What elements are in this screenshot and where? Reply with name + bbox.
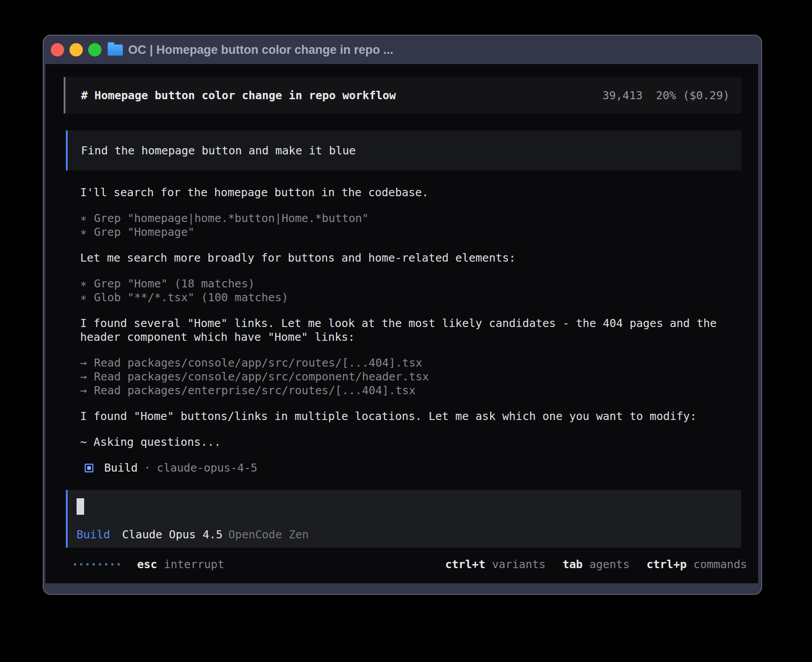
window-title: OC | Homepage button color change in rep… <box>128 43 394 57</box>
assistant-text: I found "Home" buttons/links in multiple… <box>80 409 740 423</box>
asterisk-icon: ∗ <box>80 277 88 291</box>
user-message: Find the homepage button and make it blu… <box>66 130 741 170</box>
token-count: 39,413 <box>602 89 642 102</box>
maximize-button[interactable] <box>88 43 102 57</box>
tool-call-grep: ∗Grep "Homepage" <box>80 225 740 239</box>
asterisk-icon: ∗ <box>80 225 88 239</box>
minimize-button[interactable] <box>69 43 83 57</box>
arrow-right-icon: → <box>80 383 88 397</box>
tool-call-group: ∗Grep "Home" (18 matches) ∗Glob "**/*.ts… <box>80 277 740 304</box>
tool-call-grep: ∗Grep "homepage|home.*button|Home.*butto… <box>80 211 740 225</box>
text-cursor <box>77 498 84 515</box>
session-cost: ($0.29) <box>683 89 730 102</box>
assistant-text: I found several "Home" links. Let me loo… <box>80 316 740 344</box>
session-title: # Homepage button color change in repo w… <box>81 89 396 102</box>
arrow-right-icon: → <box>80 356 88 370</box>
traffic-lights <box>51 43 102 57</box>
model-status-line: Build Claude Opus 4.5 OpenCode Zen <box>77 528 309 541</box>
session-header: # Homepage button color change in repo w… <box>64 77 741 113</box>
tool-call-group: ∗Grep "homepage|home.*button|Home.*butto… <box>80 211 740 239</box>
context-percent: 20% <box>656 89 676 102</box>
hint-interrupt: esc interrupt <box>137 557 224 571</box>
agent-name: Build <box>104 461 138 475</box>
tool-call-read: →Read packages/enterprise/src/routes/[..… <box>80 383 740 397</box>
tool-call-read: →Read packages/console/app/src/routes/[.… <box>80 356 740 370</box>
user-message-text: Find the homepage button and make it blu… <box>81 144 356 157</box>
separator-dot: · <box>144 461 150 475</box>
session-stats: 39,413 20% ($0.29) <box>602 89 730 102</box>
window-titlebar: OC | Homepage button color change in rep… <box>44 36 761 64</box>
hint-variants: ctrl+t variants <box>445 557 546 571</box>
arrow-right-icon: → <box>80 370 88 383</box>
hint-agents: tab agents <box>563 557 630 571</box>
active-model: Claude Opus 4.5 <box>122 528 223 541</box>
tool-call-glob: ∗Glob "**/*.tsx" (100 matches) <box>80 291 740 304</box>
asterisk-icon: ∗ <box>80 211 88 225</box>
terminal-content: # Homepage button color change in repo w… <box>45 64 758 583</box>
asterisk-icon: ∗ <box>80 291 88 304</box>
hint-commands: ctrl+p commands <box>646 557 747 571</box>
status-bar-right: ctrl+t variants tab agents ctrl+p comman… <box>428 557 747 571</box>
model-provider: OpenCode Zen <box>228 528 309 541</box>
close-button[interactable] <box>51 43 64 57</box>
agent-badge: Build · claude-opus-4-5 <box>80 461 740 475</box>
conversation: I'll search for the homepage button in t… <box>80 186 740 475</box>
activity-status: ~ Asking questions... <box>80 435 740 449</box>
status-bar-left: esc interrupt <box>74 557 224 571</box>
status-bar: esc interrupt ctrl+t variants tab agents… <box>74 557 747 571</box>
spinner-dots-icon <box>74 563 120 565</box>
active-agent: Build <box>77 528 110 541</box>
tool-call-group: →Read packages/console/app/src/routes/[.… <box>80 356 740 397</box>
prompt-input[interactable]: Build Claude Opus 4.5 OpenCode Zen <box>66 490 741 548</box>
tool-call-read: →Read packages/console/app/src/component… <box>80 370 740 383</box>
assistant-text: Let me search more broadly for buttons a… <box>80 251 740 265</box>
agent-box-icon <box>85 464 93 472</box>
terminal-window: OC | Homepage button color change in rep… <box>43 35 762 595</box>
agent-model: claude-opus-4-5 <box>157 461 257 475</box>
folder-icon <box>108 44 123 56</box>
assistant-text: I'll search for the homepage button in t… <box>80 186 740 199</box>
tool-call-grep: ∗Grep "Home" (18 matches) <box>80 277 740 291</box>
